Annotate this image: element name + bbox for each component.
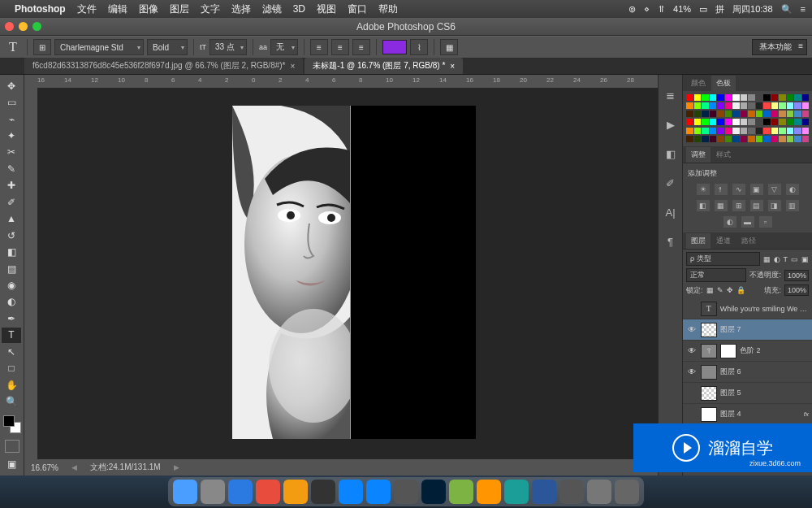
actions-panel-icon[interactable]: ▶ [663, 117, 678, 132]
dock-app-9[interactable] [421, 480, 446, 504]
swatch[interactable] [787, 111, 794, 117]
eyedropper-tool[interactable]: ✎ [2, 161, 21, 176]
swatch[interactable] [702, 111, 709, 117]
layer-thumb[interactable]: ⫯ [701, 344, 717, 358]
swatch[interactable] [787, 94, 794, 101]
dock-app-13[interactable] [532, 480, 556, 504]
swatch[interactable] [771, 136, 779, 142]
swatch[interactable] [787, 128, 794, 134]
adj-levels-icon[interactable]: ⫯ [715, 184, 728, 195]
app-name[interactable]: Photoshop [15, 3, 66, 15]
adj-gradient-icon[interactable]: ▬ [741, 216, 754, 228]
minimize-button[interactable] [19, 22, 28, 31]
swatch[interactable] [802, 102, 810, 109]
path-tool[interactable]: ↖ [2, 344, 21, 359]
paragraph-panel-icon[interactable]: ¶ [663, 234, 678, 249]
swatch[interactable] [756, 111, 763, 117]
close-button[interactable] [5, 22, 14, 31]
menu-image[interactable]: 图像 [139, 2, 158, 16]
swatch[interactable] [794, 102, 801, 109]
eraser-tool[interactable]: ◧ [2, 244, 21, 259]
history-panel-icon[interactable]: ≣ [663, 88, 678, 102]
warp-text-button[interactable]: ⌇ [410, 39, 428, 55]
align-right-button[interactable]: ≡ [352, 39, 370, 55]
layer-filter[interactable]: ρ 类型 [686, 252, 760, 266]
swatch[interactable] [787, 102, 794, 109]
swatch[interactable] [732, 94, 740, 101]
tab-paths[interactable]: 路径 [736, 233, 761, 249]
visibility-toggle[interactable]: 👁 [686, 345, 698, 357]
swatch[interactable] [741, 136, 748, 142]
swatch[interactable] [686, 119, 693, 125]
dock-app-0[interactable] [173, 480, 197, 504]
doc-size[interactable]: 文档:24.1M/131.1M [90, 462, 161, 473]
stamp-tool[interactable]: ▲ [2, 211, 21, 227]
character-panel-icon[interactable]: A| [663, 205, 678, 219]
tab-adjustments[interactable]: 调整 [686, 147, 710, 163]
swatch[interactable] [802, 128, 810, 134]
adj-posterize-icon[interactable]: ▥ [786, 200, 799, 211]
swatch[interactable] [794, 136, 801, 142]
layer-thumb[interactable] [701, 365, 717, 380]
quick-mask-toggle[interactable] [5, 440, 19, 453]
tab-styles[interactable]: 样式 [711, 147, 736, 163]
ruler-horizontal[interactable]: 1614121086420246810121416182022242628 [37, 75, 658, 88]
adj-bw-icon[interactable]: ◧ [697, 200, 710, 211]
swatch[interactable] [794, 119, 801, 125]
color-picker[interactable] [2, 414, 22, 436]
swatch[interactable] [686, 128, 693, 134]
tab-channels[interactable]: 通道 [711, 233, 736, 249]
swatch[interactable] [794, 111, 801, 117]
layer-row[interactable]: 图层 4fx [683, 404, 812, 425]
swatch[interactable] [732, 136, 740, 142]
swatch[interactable] [694, 94, 702, 101]
swatch[interactable] [725, 136, 732, 142]
swatch[interactable] [725, 119, 732, 125]
canvas-stage[interactable] [37, 88, 658, 459]
swatch[interactable] [686, 136, 693, 142]
layer-thumb[interactable] [701, 407, 717, 422]
wand-tool[interactable]: ✦ [2, 128, 21, 143]
lock-pos-icon[interactable]: ✥ [727, 286, 733, 294]
antialias-select[interactable]: 无 [270, 39, 298, 55]
fg-color[interactable] [3, 415, 15, 427]
layer-mask-thumb[interactable] [720, 344, 736, 358]
font-weight-select[interactable]: Bold [147, 39, 188, 55]
gradient-tool[interactable]: ▤ [2, 261, 21, 276]
lock-pixel-icon[interactable]: ✎ [717, 286, 723, 294]
type-tool[interactable]: T [2, 328, 21, 343]
swatch[interactable] [756, 136, 763, 142]
adj-photo-icon[interactable]: ▦ [715, 200, 728, 211]
swatch[interactable] [763, 128, 771, 134]
vertical-guide[interactable] [350, 106, 351, 439]
layer-name[interactable]: 图层 4 [720, 409, 741, 419]
swatch[interactable] [725, 128, 732, 134]
swatch[interactable] [717, 136, 724, 142]
swatch[interactable] [732, 102, 740, 109]
swatch[interactable] [802, 94, 810, 101]
swatch[interactable] [710, 128, 717, 134]
workspace-switcher[interactable]: 基本功能 [752, 39, 807, 55]
dock-app-7[interactable] [366, 480, 391, 504]
swatch[interactable] [694, 119, 702, 125]
layer-row[interactable]: 👁⫯色阶 2 [683, 341, 812, 362]
swatch[interactable] [741, 94, 748, 101]
ruler-corner[interactable] [24, 75, 37, 88]
maximize-button[interactable] [32, 22, 41, 31]
adj-curves-icon[interactable]: ∿ [732, 184, 745, 195]
font-size-select[interactable]: 33 点 [209, 39, 247, 55]
dodge-tool[interactable]: ◐ [2, 294, 21, 310]
layer-name[interactable]: 色阶 2 [740, 345, 761, 356]
swatch[interactable] [756, 128, 763, 134]
swatch[interactable] [725, 94, 732, 101]
swatch[interactable] [710, 136, 717, 142]
swatch[interactable] [794, 94, 801, 101]
swatch[interactable] [748, 119, 755, 125]
document[interactable] [232, 106, 476, 439]
swatches-grid[interactable] [683, 91, 812, 146]
orientation-toggle[interactable]: ⊞ [33, 39, 51, 55]
swatch[interactable] [694, 111, 702, 117]
swatch[interactable] [779, 111, 786, 117]
dock-app-8[interactable] [394, 480, 418, 504]
doc-tab-0[interactable]: f6cd82d63313876d8c45e536f28f697d.jpg @ 6… [24, 58, 303, 74]
